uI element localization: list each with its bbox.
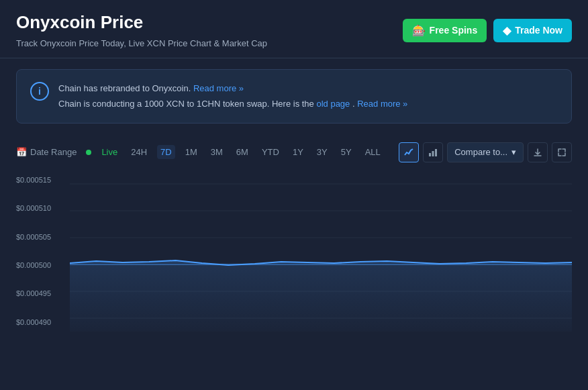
chart-y-labels: $0.000515 $0.000510 $0.000505 $0.000500 … xyxy=(16,170,66,332)
live-dot xyxy=(86,150,91,155)
info-text: Chain has rebranded to Onyxcoin. Read mo… xyxy=(58,81,407,112)
svg-rect-2 xyxy=(435,149,437,156)
compare-dropdown[interactable]: Compare to... ▾ xyxy=(447,142,524,162)
info-old-page-link[interactable]: old page xyxy=(316,99,350,109)
info-line2: Chain is conducting a 1000 XCN to 1CHN t… xyxy=(58,96,407,111)
period-24h-button[interactable]: 24H xyxy=(128,145,150,159)
y-label-5: $0.000495 xyxy=(16,289,66,297)
period-ytd-button[interactable]: YTD xyxy=(258,145,283,159)
period-1m-button[interactable]: 1M xyxy=(182,145,201,159)
chart-canvas xyxy=(70,170,572,332)
trade-now-icon: ◆ xyxy=(503,24,511,37)
chart-controls-left: 📅 Date Range Live 24H 7D 1M 3M 6M YTD 1Y… xyxy=(16,145,384,159)
info-line2-link2[interactable]: Read more » xyxy=(357,99,407,109)
chart-controls-right: Compare to... ▾ xyxy=(399,142,572,162)
date-range-label: 📅 Date Range xyxy=(16,147,77,157)
period-3y-button[interactable]: 3Y xyxy=(313,145,331,159)
page-header: Onyxcoin Price Track Onyxcoin Price Toda… xyxy=(0,0,588,58)
trade-now-button[interactable]: ◆ Trade Now xyxy=(493,19,572,42)
live-button[interactable]: Live xyxy=(98,145,121,159)
line-chart-button[interactable] xyxy=(399,142,419,162)
page-subtitle: Track Onyxcoin Price Today, Live XCN Pri… xyxy=(16,38,267,48)
chevron-down-icon: ▾ xyxy=(511,147,516,157)
calendar-icon: 📅 xyxy=(16,147,27,157)
price-chart-svg xyxy=(70,170,572,332)
period-7d-button[interactable]: 7D xyxy=(157,145,175,159)
header-divider xyxy=(0,58,588,58)
header-left: Onyxcoin Price Track Onyxcoin Price Toda… xyxy=(16,12,267,48)
free-spins-button[interactable]: 🎰 Free Spins xyxy=(403,19,487,42)
free-spins-label: Free Spins xyxy=(430,25,478,36)
page-title: Onyxcoin Price xyxy=(16,12,267,33)
chart-controls: 📅 Date Range Live 24H 7D 1M 3M 6M YTD 1Y… xyxy=(0,137,588,170)
y-label-2: $0.000510 xyxy=(16,204,66,212)
info-line1: Chain has rebranded to Onyxcoin. Read mo… xyxy=(58,81,407,96)
bar-chart-button[interactable] xyxy=(423,142,443,162)
free-spins-icon: 🎰 xyxy=(412,24,426,37)
date-range-text: Date Range xyxy=(30,147,77,157)
info-line1-text: Chain has rebranded to Onyxcoin. xyxy=(58,83,191,93)
download-icon xyxy=(533,148,542,157)
period-1y-button[interactable]: 1Y xyxy=(289,145,307,159)
bar-chart-icon xyxy=(428,147,438,158)
y-label-1: $0.000515 xyxy=(16,176,66,184)
y-label-3: $0.000505 xyxy=(16,233,66,241)
info-line1-link[interactable]: Read more » xyxy=(193,83,244,93)
live-label: Live xyxy=(101,147,117,157)
header-right: 🎰 Free Spins ◆ Trade Now xyxy=(403,19,572,42)
period-5y-button[interactable]: 5Y xyxy=(338,145,355,159)
period-3m-button[interactable]: 3M xyxy=(207,145,226,159)
expand-icon xyxy=(557,148,567,157)
period-all-button[interactable]: ALL xyxy=(362,145,384,159)
expand-button[interactable] xyxy=(552,142,572,162)
info-line2-text: Chain is conducting a 1000 XCN to 1CHN t… xyxy=(58,99,314,109)
download-button[interactable] xyxy=(528,142,548,162)
compare-label: Compare to... xyxy=(454,147,507,157)
info-icon: i xyxy=(30,82,49,101)
line-chart-icon xyxy=(403,147,414,158)
trade-now-label: Trade Now xyxy=(515,25,562,36)
svg-rect-1 xyxy=(432,151,434,156)
chart-area: $0.000515 $0.000510 $0.000505 $0.000500 … xyxy=(16,170,572,332)
y-label-6: $0.000490 xyxy=(16,318,66,326)
svg-rect-0 xyxy=(429,153,431,156)
period-6m-button[interactable]: 6M xyxy=(233,145,252,159)
y-label-4: $0.000500 xyxy=(16,261,66,269)
info-banner: i Chain has rebranded to Onyxcoin. Read … xyxy=(16,69,572,124)
